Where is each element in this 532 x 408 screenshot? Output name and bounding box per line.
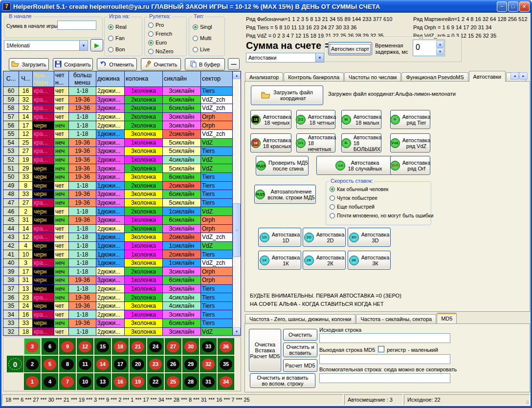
roulette-cell-27[interactable]: 27 xyxy=(165,338,181,355)
table-row[interactable]: 3416кра...чет1-182дюжи...1колонка3сиклай… xyxy=(3,310,233,319)
table-scrollbar[interactable]: ▲ ≡ ▼ xyxy=(233,71,241,335)
table-row[interactable]: 5219кра...неч19-362дюжи...1колонка4сикла… xyxy=(3,156,233,165)
md5-calc-button[interactable]: Расчет MD5 xyxy=(283,359,317,372)
delay-spinner[interactable]: 0 ▲ ▼ xyxy=(413,40,445,56)
table-row[interactable]: 3333черннеч19-363дюжи...3колонка6сиклайн… xyxy=(3,319,233,328)
autobet-button-1к[interactable]: 1КАвтоставка1К xyxy=(258,251,301,270)
autobet-button-3d[interactable]: 3DАвтоставка3D xyxy=(348,228,391,247)
autobet-combobox[interactable]: Автоставки ▼ xyxy=(246,53,324,63)
md5-out-input[interactable] xyxy=(319,354,450,364)
roulette-cell-22[interactable]: 22 xyxy=(147,373,164,390)
md5-paste-aux-button[interactable]: Очистить и вставитьво вспом. строку xyxy=(250,373,315,388)
table-row[interactable]: 3218кра...чет1-182дюжи...3колонка3сиклай… xyxy=(3,328,233,335)
resize-grip[interactable]: ⠿ xyxy=(526,400,530,405)
table-row[interactable]: 4531черннеч19-363дюжи...1колонка6сиклайн… xyxy=(3,216,233,225)
scroll-up-icon[interactable]: ▲ xyxy=(233,71,241,79)
table-row[interactable]: 4312кра...чет1-181дюжи...3колонка2сиклай… xyxy=(3,233,233,242)
autobet-button-ряд-tier[interactable]: ✳Автоставкаряд Tier xyxy=(390,110,430,129)
roulette-cell-13[interactable]: 13 xyxy=(94,373,111,390)
roulette-cell-3[interactable]: 3 xyxy=(24,338,41,355)
tab-md5[interactable]: MD5 xyxy=(437,313,457,323)
table-row[interactable]: 5512кра...чет1-181дюжи...3колонка2сиклай… xyxy=(3,130,233,139)
roulette-cell-2[interactable]: 2 xyxy=(24,356,41,372)
column-header[interactable]: сиклайн xyxy=(163,71,201,87)
autobet-button-3к[interactable]: 3КАвтоставка3К xyxy=(348,251,391,270)
roulette-cell-6[interactable]: 6 xyxy=(42,338,58,355)
roulette-cell-10[interactable]: 10 xyxy=(77,373,93,390)
autobet-button-вспом-строки-мд5[interactable]: МД5Автозаполнениевспом. строки МД5 xyxy=(254,185,316,204)
roulette-cell-23[interactable]: 23 xyxy=(147,356,164,372)
roulette-cell-15[interactable]: 15 xyxy=(94,338,111,355)
roulette-cell-21[interactable]: 21 xyxy=(130,338,146,355)
radio-option-fan[interactable]: Fan xyxy=(108,35,125,41)
roulette-cell-11[interactable]: 11 xyxy=(77,356,93,372)
title-bar[interactable]: 7 HelperRoullet 5.1- create helperroulle… xyxy=(0,0,532,13)
table-row[interactable]: 5714кра...чет1-182дюжи...2колонка3сиклай… xyxy=(3,113,233,122)
table-row[interactable]: 5425кра...неч19-363дюжи...1колонка5сикла… xyxy=(3,139,233,148)
column-header[interactable]: сектор xyxy=(201,71,233,87)
table-row[interactable]: 3623кра...неч19-362дюжи...2колонка4сикла… xyxy=(3,293,233,302)
chevron-down-icon[interactable]: ▼ xyxy=(315,53,324,62)
toolbar-button-1[interactable]: Сохранить xyxy=(53,58,93,70)
radio-option-live[interactable]: Live xyxy=(193,46,210,52)
autobet-button-18-случайных[interactable]: слАвтоставка18 случайных xyxy=(316,156,401,175)
roulette-cell-12[interactable]: 12 xyxy=(77,338,93,355)
md5-big-button[interactable]: ОчисткаВставкаРасчет MD5 xyxy=(249,329,281,372)
tab-анализатор[interactable]: Анализатор xyxy=(245,72,283,82)
autobet-button-18-больших[interactable]: БАвтоставка18 БОЛЬШИХ xyxy=(341,133,381,152)
tab-частота-zero-шансы-дюжины-колонки[interactable]: Частота - Zero, шансы, дюжины, колонки xyxy=(245,314,355,323)
scrollbar-thumb[interactable]: ≡ xyxy=(233,203,241,257)
table-row[interactable]: 5327кра...неч19-363дюжи...3колонка5сикла… xyxy=(3,147,233,156)
roulette-cell-14[interactable]: 14 xyxy=(94,356,111,372)
roulette-cell-26[interactable]: 26 xyxy=(165,356,181,372)
tab-функционал-psevdoms[interactable]: Функционал PsevdoMS xyxy=(401,72,468,82)
autobet-button-18-малых[interactable]: МАвтоставка18 малых xyxy=(341,110,381,129)
register-checkbox[interactable] xyxy=(378,346,384,352)
radio-option-french[interactable]: French xyxy=(148,31,172,37)
roulette-cell-32[interactable]: 32 xyxy=(200,356,217,372)
roulette-cell-19[interactable]: 19 xyxy=(130,373,146,390)
radio-option-bon[interactable]: Bon xyxy=(108,46,125,52)
tab-scroll-left-icon[interactable]: ◄ xyxy=(510,72,519,80)
autobet-button-2к[interactable]: 2КАвтоставка2К xyxy=(303,251,346,270)
toolbar-button-3[interactable]: Очистить xyxy=(141,58,181,70)
md5-source-input[interactable] xyxy=(319,333,450,343)
table-row[interactable]: 4833черннеч19-363дюжи...3колонка6сиклайн… xyxy=(3,190,233,199)
column-header[interactable]: Ч... xyxy=(19,71,33,87)
autospin-start-button[interactable]: Автоспин старт xyxy=(328,42,372,55)
autobet-button-ряд-vdz[interactable]: VdzАвтоставкаряд VdZ xyxy=(390,133,430,152)
table-row[interactable]: 3917черннеч1-182дюжи...2колонка3сиклайнO… xyxy=(3,267,233,276)
roulette-cell-16[interactable]: 16 xyxy=(112,373,129,390)
roulette-cell-18[interactable]: 18 xyxy=(112,338,129,355)
md5-clear-paste-button[interactable]: Очистить ивставить xyxy=(283,343,317,357)
load-coords-button[interactable]: Загрузить файлкоординат xyxy=(251,86,323,105)
autobet-button-18-красных[interactable]: 18Автоставка18 красных xyxy=(250,133,291,152)
column-header[interactable]: колонка xyxy=(125,71,163,87)
column-header[interactable]: Кра...Черн xyxy=(33,71,54,87)
minimize-button-icon[interactable]: – xyxy=(497,1,507,12)
preset-combobox[interactable]: 1Melonati ▼ xyxy=(4,40,88,51)
radio-option-real[interactable]: Real xyxy=(108,24,127,30)
tab-scroll-right-icon[interactable]: ► xyxy=(519,72,528,80)
autobet-button-2d[interactable]: 2DАвтоставка2D xyxy=(303,228,346,247)
roulette-cell-30[interactable]: 30 xyxy=(182,338,199,355)
toolbar-button-0[interactable]: Загрузить xyxy=(9,58,49,70)
autobet-button-1d[interactable]: 1DАвтоставка1D xyxy=(258,228,301,247)
roulette-cell-0[interactable]: 0 xyxy=(7,356,23,372)
radio-option-еще-побыстрей[interactable]: Еще побыстрей xyxy=(330,204,375,210)
radio-option-multi[interactable]: Multi xyxy=(193,35,211,41)
roulette-cell-24[interactable]: 24 xyxy=(147,338,164,355)
column-header[interactable]: большменш xyxy=(69,71,96,87)
roulette-cell-35[interactable]: 35 xyxy=(218,356,234,372)
column-header[interactable]: дюжина xyxy=(96,71,125,87)
table-row[interactable]: 5932кра...чет19-363дюжи...2колонка6сикла… xyxy=(3,96,233,105)
toolbar-button-4[interactable]: В буфер xyxy=(185,58,225,70)
column-header[interactable]: С... xyxy=(3,71,19,87)
roulette-cell-5[interactable]: 5 xyxy=(42,356,58,372)
autobet-button-18-нечетных[interactable]: 1/1Автоставка18 нечетных xyxy=(296,133,335,152)
table-row[interactable]: 498чернчет1-181дюжи...2колонка2сиклайнTi… xyxy=(3,182,233,191)
table-row[interactable]: 4110чернчет1-181дюжи...1колонка2сиклайнT… xyxy=(3,250,233,259)
radio-option-euro[interactable]: Euro xyxy=(148,40,167,45)
radio-option-чуток-побыстрее[interactable]: Чуток побыстрее xyxy=(330,195,377,201)
roulette-cell-17[interactable]: 17 xyxy=(112,356,129,372)
